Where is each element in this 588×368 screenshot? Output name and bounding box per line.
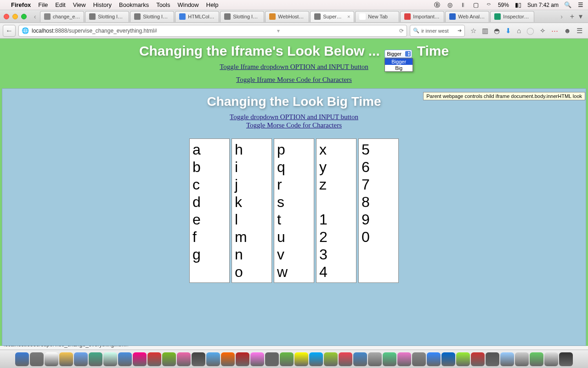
dock-item[interactable] <box>162 352 176 366</box>
dock-item[interactable] <box>486 352 499 366</box>
browser-tab[interactable]: New Tab <box>355 11 399 22</box>
library-icon[interactable]: ▥ <box>482 27 488 35</box>
browser-tab[interactable]: Super…× <box>310 11 354 22</box>
dock-item[interactable] <box>441 352 455 366</box>
spotlight-icon[interactable]: 🔍 <box>564 1 571 9</box>
search-go-icon[interactable]: ➔ <box>458 28 462 34</box>
dock-item[interactable] <box>309 352 323 366</box>
toggle-dropdown-link[interactable]: Toggle dropdown OPTION and INPUT button <box>230 113 358 121</box>
dock-item[interactable] <box>515 352 529 366</box>
dock-item[interactable] <box>177 352 191 366</box>
dock-item[interactable] <box>471 352 485 366</box>
dock-item[interactable] <box>250 352 264 366</box>
reload-button[interactable]: ⟳ <box>399 28 404 34</box>
zoom-window-button[interactable] <box>21 14 27 19</box>
menu-help[interactable]: Help <box>206 1 219 8</box>
dock-item[interactable] <box>147 352 161 366</box>
addon-icon-3[interactable]: ☻ <box>564 27 571 34</box>
site-identity-icon[interactable]: 🌐 <box>22 27 29 34</box>
downloads-icon[interactable]: ⬇ <box>505 27 511 35</box>
browser-tab[interactable]: HTMLCol… <box>175 11 219 22</box>
airplay-icon[interactable]: ▢ <box>472 1 480 9</box>
toggle-iframe-morse-link[interactable]: Toggle Iframe Morse Code for Characters <box>236 76 352 83</box>
url-bar[interactable]: 🌐 localhost:8888/supervise_change_everyt… <box>18 25 407 37</box>
dock-item[interactable] <box>339 352 352 366</box>
browser-tab[interactable]: Important… <box>400 11 444 22</box>
dock-item[interactable] <box>397 352 411 366</box>
browser-tab[interactable]: Web Anal… <box>445 11 489 22</box>
dock-item[interactable] <box>368 352 382 366</box>
dock-item[interactable] <box>280 352 294 366</box>
battery-icon[interactable]: ▮▯ <box>514 1 522 9</box>
browser-tab[interactable]: change_e… <box>40 11 84 22</box>
close-tab-icon[interactable]: × <box>347 14 350 19</box>
dock-item[interactable] <box>59 352 73 366</box>
new-tab-button[interactable]: + <box>570 12 574 21</box>
size-select[interactable]: Bigger ▴▾ <box>384 50 412 58</box>
dock-item[interactable] <box>89 352 102 366</box>
dock-item[interactable] <box>324 352 338 366</box>
dock-item[interactable] <box>192 352 205 366</box>
dock-item[interactable] <box>206 352 220 366</box>
bitcoin-icon[interactable]: Ⓑ <box>434 1 441 9</box>
dock-item[interactable] <box>294 352 308 366</box>
back-button[interactable]: ← <box>3 25 16 37</box>
clock[interactable]: Sun 7:42 am <box>527 2 559 8</box>
browser-tab[interactable]: Slotting I… <box>130 11 174 22</box>
menu-edit[interactable]: Edit <box>55 1 65 8</box>
grid-cell: t <box>277 211 311 228</box>
size-option-bigger[interactable]: Bigger <box>385 58 413 65</box>
dock-item[interactable] <box>118 352 132 366</box>
dock-item[interactable] <box>427 352 441 366</box>
browser-tab[interactable]: Slotting I… <box>220 11 264 22</box>
dock-item[interactable] <box>544 352 558 366</box>
menu-bookmarks[interactable]: Bookmarks <box>119 1 149 8</box>
browser-tab[interactable]: Inspector… <box>490 11 534 22</box>
bookmark-star-icon[interactable]: ☆ <box>470 27 476 35</box>
dock-item[interactable] <box>236 352 249 366</box>
dock-item[interactable] <box>500 352 514 366</box>
circle-icon[interactable]: ◎ <box>447 1 454 9</box>
menu-history[interactable]: History <box>93 1 112 8</box>
menu-file[interactable]: File <box>38 1 48 8</box>
dock-item[interactable] <box>383 352 396 366</box>
sync-icon[interactable]: ◯ <box>526 27 534 35</box>
size-option-big[interactable]: Big <box>385 65 413 71</box>
toggle-iframe-dropdown-link[interactable]: Toggle Iframe dropdown OPTION and INPUT … <box>220 63 368 70</box>
menu-view[interactable]: View <box>73 1 86 8</box>
dock-item[interactable] <box>15 352 29 366</box>
addon-icon-2[interactable]: ⋯ <box>551 27 558 35</box>
notifications-icon[interactable]: ☰ <box>577 1 584 9</box>
dock-item[interactable] <box>74 352 88 366</box>
dock-item[interactable] <box>221 352 235 366</box>
dock-item[interactable] <box>530 352 543 366</box>
dock-item[interactable] <box>45 352 58 366</box>
pocket-icon[interactable]: ◓ <box>494 27 500 35</box>
dock-item[interactable] <box>103 352 117 366</box>
dock-item[interactable] <box>412 352 426 366</box>
dock-item[interactable] <box>559 352 573 366</box>
addon-icon-1[interactable]: ✧ <box>540 27 546 35</box>
tab-scroll-right[interactable]: › <box>557 13 566 20</box>
home-icon[interactable]: ⌂ <box>517 27 521 34</box>
browser-tab[interactable]: WebHost… <box>265 11 309 22</box>
hamburger-icon[interactable]: ☰ <box>577 27 582 35</box>
dock-item[interactable] <box>265 352 279 366</box>
reader-icon[interactable]: ▾ <box>277 28 280 34</box>
close-window-button[interactable] <box>4 14 9 19</box>
browser-tab[interactable]: Slotting I… <box>85 11 129 22</box>
menulet-icon[interactable]: ⦀ <box>459 1 467 9</box>
dock-item[interactable] <box>133 352 147 366</box>
all-tabs-button[interactable]: ▾ <box>579 12 582 21</box>
app-name[interactable]: Firefox <box>11 1 31 8</box>
toggle-morse-link[interactable]: Toggle Morse Code for Characters <box>246 121 342 129</box>
search-box[interactable]: 🔍 ir inner west ➔ <box>410 25 465 37</box>
tab-scroll-left[interactable]: ‹ <box>30 13 40 20</box>
menu-tools[interactable]: Tools <box>156 1 170 8</box>
menu-window[interactable]: Window <box>178 1 199 8</box>
dock-item[interactable] <box>353 352 367 366</box>
dock-item[interactable] <box>456 352 470 366</box>
wifi-icon[interactable]: ⌔ <box>485 1 492 9</box>
minimize-window-button[interactable] <box>12 14 18 19</box>
dock-item[interactable] <box>30 352 44 366</box>
